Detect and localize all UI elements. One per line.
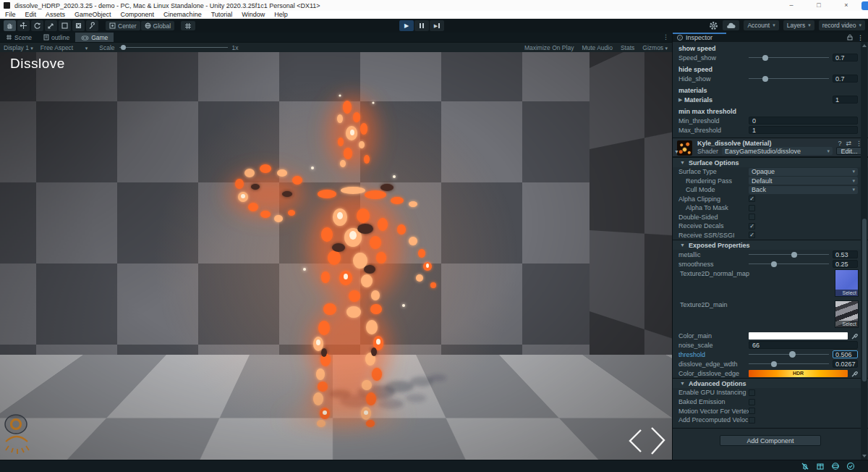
gpu-instancing-checkbox[interactable] bbox=[749, 389, 755, 396]
advanced-options-section[interactable]: ▼ Advanced Options bbox=[673, 378, 868, 388]
menu-gameobject[interactable]: GameObject bbox=[75, 11, 111, 18]
prev-arrow-button[interactable] bbox=[626, 427, 648, 458]
move-tool-button[interactable] bbox=[17, 20, 30, 31]
panel-menu-icon[interactable]: ⋮ bbox=[663, 33, 669, 41]
material-header[interactable]: Kyle_dissolve (Material) ? ⇄ ⋮ ▼ Shader … bbox=[673, 138, 868, 157]
stats-toggle[interactable]: Stats bbox=[621, 44, 634, 51]
tab-scene[interactable]: Scene bbox=[0, 33, 38, 42]
scroll-up-icon[interactable] bbox=[862, 44, 867, 47]
min-threshold-field[interactable]: 0 bbox=[749, 117, 858, 125]
speed-show-slider[interactable] bbox=[749, 57, 829, 58]
preset-icon[interactable]: ⇄ bbox=[846, 140, 851, 147]
settings-gear-icon[interactable] bbox=[709, 21, 718, 30]
menu-file[interactable]: File bbox=[5, 11, 16, 18]
pivot-center-button[interactable]: Center bbox=[106, 21, 140, 30]
receive-decals-checkbox[interactable]: ✓ bbox=[749, 223, 755, 229]
select-button[interactable]: Select bbox=[835, 321, 858, 327]
normal-map-thumbnail[interactable]: Select bbox=[835, 269, 859, 297]
smoothness-slider[interactable] bbox=[749, 264, 829, 264]
play-button[interactable]: ▶ bbox=[399, 20, 414, 31]
max-threshold-field[interactable]: 1 bbox=[749, 126, 858, 134]
baked-emission-checkbox[interactable] bbox=[749, 399, 755, 405]
motion-vector-checkbox[interactable] bbox=[749, 408, 755, 414]
custom-tool-button[interactable] bbox=[86, 20, 98, 31]
threshold-slider[interactable] bbox=[749, 354, 829, 355]
help-icon[interactable]: ? bbox=[838, 140, 841, 147]
grid-snap-button[interactable] bbox=[181, 21, 195, 30]
scrollbar-thumb[interactable] bbox=[862, 219, 867, 382]
edge-width-value[interactable]: 0.0267 bbox=[833, 360, 858, 368]
next-arrow-button[interactable] bbox=[648, 425, 670, 455]
aspect-dropdown[interactable]: Free Aspect ▾ bbox=[41, 44, 88, 51]
menu-component[interactable]: Component bbox=[121, 11, 155, 18]
minimize-button[interactable]: – bbox=[778, 0, 805, 11]
smoothness-value[interactable]: 0.25 bbox=[833, 260, 858, 268]
account-dropdown[interactable]: Account ▾ bbox=[744, 20, 778, 30]
threshold-value[interactable]: 0.506 bbox=[833, 350, 858, 358]
menu-cinemachine[interactable]: Cinemachine bbox=[163, 11, 202, 18]
display-dropdown[interactable]: Display 1 ▾ bbox=[4, 44, 33, 51]
pivot-global-button[interactable]: Global bbox=[141, 21, 175, 30]
menu-edit[interactable]: Edit bbox=[25, 11, 37, 18]
layers-dropdown[interactable]: Layers ▾ bbox=[783, 20, 814, 30]
alpha-to-mask-checkbox[interactable] bbox=[749, 205, 755, 211]
surface-type-dropdown[interactable]: Opaque▾ bbox=[749, 168, 858, 176]
edge-color-swatch[interactable]: HDR bbox=[749, 370, 848, 377]
rotate-tool-button[interactable] bbox=[31, 20, 43, 31]
alpha-clipping-checkbox[interactable]: ✓ bbox=[749, 195, 755, 202]
maximize-on-play-toggle[interactable]: Maximize On Play bbox=[524, 44, 574, 51]
double-sided-checkbox[interactable] bbox=[749, 214, 755, 220]
precomputed-velocity-checkbox[interactable] bbox=[749, 417, 755, 423]
progress-ok-icon[interactable] bbox=[846, 462, 855, 471]
maximize-button[interactable]: □ bbox=[805, 0, 833, 11]
transform-tool-button[interactable] bbox=[72, 20, 85, 31]
surface-options-section[interactable]: ▼ Surface Options bbox=[673, 157, 868, 167]
shader-edit-button[interactable]: Edit... bbox=[836, 147, 862, 155]
cloud-services-button[interactable] bbox=[723, 20, 739, 30]
shader-dropdown[interactable]: EasyGameStudio/disslove▾ bbox=[722, 147, 833, 155]
hide-show-slider[interactable] bbox=[749, 78, 829, 79]
materials-count[interactable]: 1 bbox=[833, 96, 858, 104]
close-button[interactable]: × bbox=[833, 0, 860, 11]
lock-icon[interactable] bbox=[847, 34, 853, 41]
inspector-scrollbar[interactable] bbox=[861, 42, 867, 460]
select-button[interactable]: Select bbox=[835, 290, 858, 296]
panel-menu-icon[interactable]: ⋮ bbox=[857, 34, 864, 41]
rect-tool-button[interactable] bbox=[59, 20, 71, 31]
scale-tool-button[interactable] bbox=[45, 20, 57, 31]
rendering-pass-dropdown[interactable]: Default▾ bbox=[749, 177, 858, 185]
hide-show-value[interactable]: 0.7 bbox=[833, 75, 858, 83]
foldout-icon[interactable]: ▶ bbox=[678, 97, 684, 103]
tab-game[interactable]: Game bbox=[75, 33, 114, 42]
scale-slider[interactable] bbox=[119, 47, 228, 48]
eyedropper-icon[interactable] bbox=[851, 370, 858, 377]
menu-tutorial[interactable]: Tutorial bbox=[211, 11, 233, 18]
metallic-slider[interactable] bbox=[749, 254, 829, 255]
mute-audio-toggle[interactable]: Mute Audio bbox=[582, 44, 613, 51]
main-texture-thumbnail[interactable]: Select bbox=[835, 300, 859, 328]
edge-width-slider[interactable] bbox=[749, 363, 829, 364]
gizmos-dropdown[interactable]: Gizmos ▾ bbox=[642, 44, 668, 51]
receive-ssr-checkbox[interactable]: ✓ bbox=[749, 232, 755, 238]
exposed-properties-section[interactable]: ▼ Exposed Properties bbox=[673, 240, 868, 250]
cache-server-icon[interactable] bbox=[831, 462, 840, 471]
noise-scale-field[interactable]: 66 bbox=[749, 341, 858, 349]
scroll-down-icon[interactable] bbox=[862, 455, 867, 458]
cull-mode-dropdown[interactable]: Back▾ bbox=[749, 186, 858, 194]
menu-help[interactable]: Help bbox=[274, 11, 288, 18]
package-manager-icon[interactable] bbox=[816, 462, 825, 471]
tab-outline[interactable]: outline bbox=[38, 33, 75, 42]
pause-button[interactable] bbox=[414, 20, 429, 31]
notifications-muted-icon[interactable] bbox=[801, 462, 809, 471]
menu-assets[interactable]: Assets bbox=[46, 11, 65, 18]
layout-dropdown[interactable]: record video ▾ bbox=[819, 20, 865, 30]
color-main-swatch[interactable] bbox=[749, 332, 848, 340]
metallic-value[interactable]: 0.53 bbox=[833, 250, 858, 258]
add-component-button[interactable]: Add Component bbox=[720, 435, 821, 446]
menu-window[interactable]: Window bbox=[242, 11, 265, 18]
speed-show-value[interactable]: 0.7 bbox=[833, 54, 858, 62]
foldout-icon[interactable]: ▼ bbox=[674, 149, 679, 154]
eyedropper-icon[interactable] bbox=[851, 332, 858, 340]
hand-tool-button[interactable] bbox=[4, 20, 16, 31]
step-button[interactable]: ▶ bbox=[430, 20, 444, 31]
